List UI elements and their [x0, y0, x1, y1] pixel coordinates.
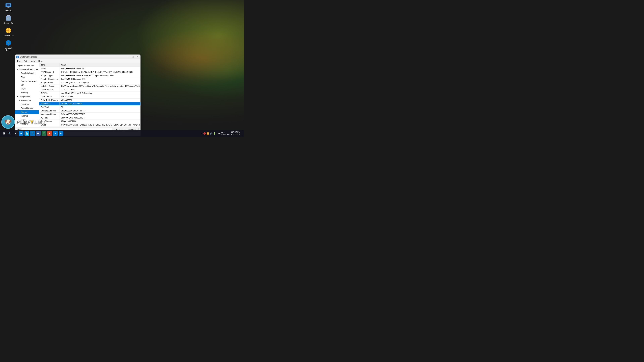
table-cell-item: Installed Drivers — [39, 84, 60, 88]
table-row[interactable]: INF Fileoem20.inf (iWHL_w10_DS section) — [39, 91, 140, 95]
tray-icons: ^ 1 📶 🔊 🔋 — [202, 132, 216, 135]
table-row[interactable]: IRQ ChannelIRQ 4294967280 — [39, 120, 140, 123]
table-cell-item: Adapter RAM — [39, 81, 60, 84]
start-button[interactable]: ⊞ — [1, 131, 7, 136]
desktop-icon-thispc[interactable]: This PC — [2, 2, 15, 12]
weather-icon: 🌤 — [218, 132, 220, 134]
tree-label-conflicts-sharing: Conflicts/Sharing — [21, 72, 36, 75]
menu-view[interactable]: View — [29, 60, 37, 63]
notification-badge: 1 — [204, 132, 206, 135]
taskbar-excel[interactable]: X — [41, 131, 46, 136]
svg-text:e: e — [8, 41, 9, 44]
table-row[interactable]: DriverC:\WINDOWS\SYSTEM32\DRIVERSTORE\FI… — [39, 123, 140, 127]
tree-expander-components: ▼ — [16, 95, 19, 98]
table-cell-value: 1920 x 1080 x 48 hertz — [60, 102, 140, 106]
svg-rect-9 — [8, 28, 8, 29]
tree-item-hardware-resources[interactable]: ▼Hardware Resources — [15, 67, 39, 71]
window-title: System Information — [20, 56, 127, 58]
menu-file[interactable]: File — [16, 60, 22, 63]
tree-label-irqs: IRQs — [21, 87, 26, 90]
table-row[interactable]: Memory Address0xA0000000-0xA0FFFFFF — [39, 109, 140, 113]
tray-speaker[interactable]: 🔊 — [210, 132, 212, 135]
svg-text:i: i — [18, 56, 18, 58]
table-row[interactable]: PNP Device IDPCI\VEN_8086&DEV_3EA0&SUBSY… — [39, 70, 140, 74]
table-row[interactable]: Adapter TypeIntel(R) UHD Graphics Family… — [39, 74, 140, 77]
taskbar-azure[interactable]: Az — [58, 131, 64, 136]
menu-edit[interactable]: Edit — [22, 60, 29, 63]
search-button[interactable]: 🔍 — [7, 131, 12, 136]
taskbar-weather[interactable]: 🌤 53°F Mostly clear — [218, 132, 230, 135]
taskbar-onedrive[interactable]: ☁ — [53, 131, 58, 136]
tree-item-conflicts-sharing[interactable]: Conflicts/Sharing — [15, 71, 39, 75]
desktop-icon-controlpanel[interactable]: Control Panel — [2, 26, 15, 37]
desktop-icon-edge[interactable]: e Microsoft Edge — [2, 39, 15, 52]
table-cell-item: INF File — [39, 91, 60, 95]
table-cell-value: Intel(R) UHD Graphics 620 — [60, 67, 140, 70]
svg-rect-11 — [6, 30, 7, 31]
table-cell-value: C:\Windows\System32\DriverStore\FileRepo… — [60, 84, 140, 88]
recycle-icon: ♻ — [5, 15, 12, 21]
tree-label-forced-hardware: Forced Hardware — [21, 80, 36, 83]
table-cell-value: 0xA0000000-0xA0FFFFFF — [60, 109, 140, 113]
table-row[interactable]: Resolution1920 x 1080 x 48 hertz — [39, 102, 140, 106]
minimize-button[interactable]: − — [127, 55, 131, 58]
desktop-icon-recycle[interactable]: ♻ Recycle Bin — [2, 14, 15, 25]
edge-label: Microsoft Edge — [2, 47, 14, 51]
table-row[interactable]: NameIntel(R) UHD Graphics 620 — [39, 67, 140, 70]
content-panel: Item Value NameIntel(R) UHD Graphics 620… — [39, 63, 140, 127]
table-cell-value: PCI\VEN_8086&DEV_3EA0&SUBSYS_507517AA&RE… — [60, 70, 140, 74]
tree-label-memory: Memory — [21, 91, 28, 94]
window-titlebar[interactable]: i System Information − □ ✕ — [15, 55, 140, 59]
taskbar: ⊞ 🔍 ⊟ e 🏪 O W X P — [0, 130, 244, 137]
tree-item-irqs[interactable]: IRQs — [15, 87, 39, 91]
tree-item-io[interactable]: I/O — [15, 83, 39, 87]
puppy-text-list: LIST — [34, 119, 45, 125]
table-cell-value: 27.20.100.9749 — [60, 88, 140, 91]
tray-chevron[interactable]: ^ — [202, 132, 203, 135]
puppy-text-y: Y — [30, 119, 34, 125]
taskbar-edge[interactable]: e — [18, 131, 24, 136]
taskbar-word[interactable]: W — [36, 131, 41, 136]
table-row[interactable]: Installed DriversC:\Windows\System32\Dri… — [39, 84, 140, 88]
table-row[interactable]: Adapter DescriptionIntel(R) UHD Graphics… — [39, 77, 140, 81]
table-row[interactable]: I/O Port0x0000FEC0-0x0000FEFF — [39, 116, 140, 120]
taskbar-right: ^ 1 📶 🔊 🔋 🌤 53°F Mostly clear 9:07:12 PM… — [202, 131, 243, 136]
taskview-button[interactable]: ⊟ — [13, 131, 18, 136]
table-row[interactable]: Color Table Entries4294967296 — [39, 98, 140, 102]
taskbar-clock[interactable]: 9:07:12 PM 10/28/2024 — [231, 131, 240, 136]
clock-date: 10/28/2024 — [231, 133, 240, 136]
show-desktop-button[interactable] — [242, 131, 243, 136]
menu-help[interactable]: Help — [37, 60, 44, 63]
table-row[interactable]: Memory Address0x90000000-0x9FFFFFFF — [39, 113, 140, 116]
tree-item-cd-rom[interactable]: CD-ROM — [15, 103, 39, 106]
close-button[interactable]: ✕ — [135, 55, 139, 58]
tree-item-memory[interactable]: Memory — [15, 91, 39, 95]
tree-item-forced-hardware[interactable]: Forced Hardware — [15, 79, 39, 83]
table-row[interactable]: Driver Version27.20.100.9749 — [39, 88, 140, 91]
table-cell-item: Adapter Description — [39, 77, 60, 81]
taskbar-powerpoint[interactable]: P — [47, 131, 52, 136]
table-cell-item: Bits/Pixel — [39, 106, 60, 109]
taskbar-store[interactable]: 🏪 — [24, 131, 30, 136]
tray-wifi[interactable]: 📶 — [206, 132, 209, 135]
maximize-button[interactable]: □ — [131, 55, 135, 58]
table-row[interactable]: Bits/Pixel32 — [39, 106, 140, 109]
tree-item-multimedia[interactable]: +Multimedia — [15, 99, 39, 103]
taskbar-outlook[interactable]: O — [30, 131, 35, 136]
svg-point-8 — [8, 29, 10, 31]
table-cell-item: Color Table Entries — [39, 98, 60, 102]
tree-item-dma[interactable]: DMA — [15, 75, 39, 79]
table-cell-value: 0x0000FEC0-0x0000FEFF — [60, 116, 140, 120]
table-cell-value: C:\WINDOWS\SYSTEM32\DRIVERSTORE\FILEREPO… — [60, 123, 140, 127]
svg-rect-5 — [7, 15, 10, 16]
table-row[interactable]: Color PlanesNot Available — [39, 95, 140, 98]
tree-label-components: Components — [19, 95, 30, 98]
tree-item-system-summary[interactable]: System Summary — [15, 64, 39, 67]
svg-rect-1 — [6, 4, 10, 6]
tray-battery[interactable]: 🔋 — [213, 132, 216, 135]
table-row[interactable]: Adapter RAM1.00 GB (1,073,741,824 bytes) — [39, 81, 140, 84]
tree-item-components[interactable]: ▼Components — [15, 95, 39, 99]
table-cell-item: Name — [39, 67, 60, 70]
tree-item-sound-device[interactable]: Sound Device — [15, 106, 39, 110]
table-cell-value: Intel(R) UHD Graphics 620 — [60, 77, 140, 81]
